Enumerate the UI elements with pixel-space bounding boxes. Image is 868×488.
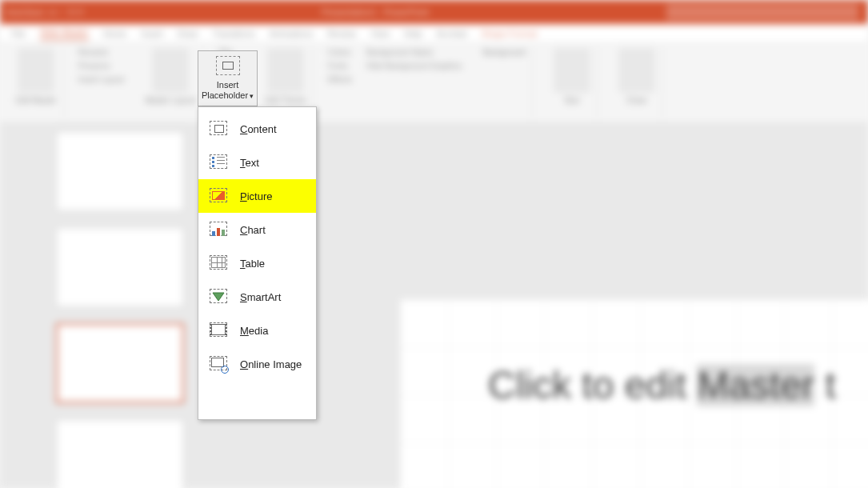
online-image-icon [210, 356, 227, 372]
content-icon [210, 121, 227, 137]
placeholder-icon [216, 56, 240, 75]
insert-placeholder-dropdown: Content Text Picture Chart Table SmartAr… [198, 106, 317, 420]
smartart-icon [210, 289, 227, 305]
insert-placeholder-button[interactable]: Insert Placeholder▾ [198, 50, 258, 106]
table-icon [210, 255, 227, 271]
media-icon [210, 322, 227, 338]
insert-placeholder-line1: Insert [202, 80, 254, 90]
chart-icon [210, 222, 227, 238]
menu-item-picture[interactable]: Picture [198, 179, 316, 213]
picture-icon [210, 188, 227, 204]
text-icon [210, 154, 227, 170]
menu-item-text[interactable]: Text [198, 146, 316, 179]
menu-item-table[interactable]: Table [198, 246, 316, 280]
menu-item-smartart[interactable]: SmartArt [198, 280, 316, 314]
menu-item-media[interactable]: Media [198, 314, 316, 347]
insert-placeholder-line2: Placeholder [202, 90, 248, 100]
menu-item-online-image[interactable]: Online Image [198, 347, 316, 381]
menu-item-chart[interactable]: Chart [198, 213, 316, 246]
chevron-down-icon: ▾ [250, 92, 254, 100]
menu-item-content[interactable]: Content [198, 112, 316, 146]
